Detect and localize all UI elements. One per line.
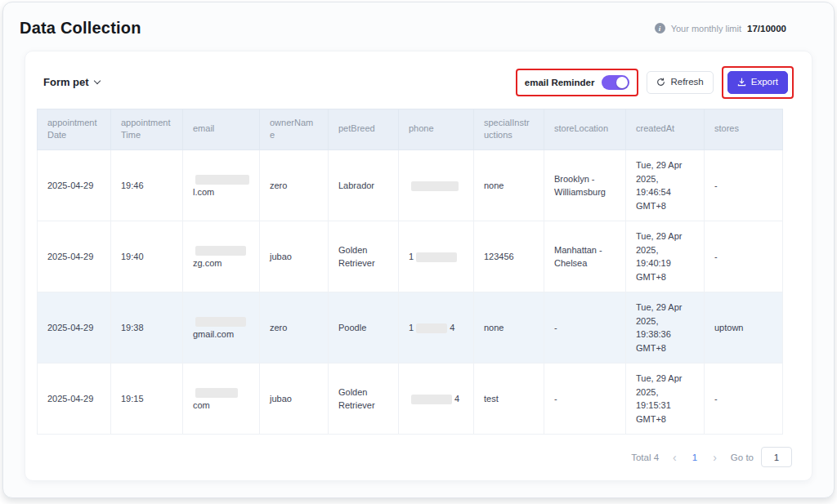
table-cell: - <box>544 364 626 435</box>
table-cell: zero <box>260 292 329 364</box>
redacted-text <box>195 388 238 398</box>
table-cell: 4 <box>399 364 474 435</box>
cell-text: 4 <box>450 323 454 332</box>
email-reminder-group: email Reminder <box>525 75 630 90</box>
annotation-box-email-reminder: email Reminder <box>516 69 639 96</box>
data-card: Form pet email Reminder <box>25 51 812 481</box>
cell-text: Tue, 29 Apr 2025, 19:38:36 GMT+8 <box>636 302 682 353</box>
cell-text: com <box>193 400 210 410</box>
cell-text: - <box>714 394 718 404</box>
table-cell: uptown <box>705 292 783 364</box>
table-cell: Labrador <box>329 150 399 221</box>
table-cell: jubao <box>260 221 329 292</box>
table-cell: l.com <box>183 150 260 221</box>
table-cell: none <box>474 150 544 221</box>
cell-text: 19:40 <box>121 252 144 261</box>
pagination-goto: Go to <box>731 447 792 467</box>
table-row: 2025-04-2919:46l.comzeroLabradornoneBroo… <box>38 150 783 221</box>
cell-text: 4 <box>454 394 459 404</box>
cell-text: Tue, 29 Apr 2025, 19:46:54 GMT+8 <box>636 160 682 211</box>
cell-text: Brooklyn - Williamsburg <box>554 174 606 198</box>
chevron-down-icon <box>94 78 101 85</box>
table-cell: 2025-04-29 <box>38 292 111 364</box>
column-header: storeLocation <box>544 109 626 150</box>
table-cell: gmail.com <box>183 292 260 364</box>
goto-page-input[interactable] <box>761 447 792 467</box>
goto-label: Go to <box>731 453 754 462</box>
table-cell: 123456 <box>474 221 544 292</box>
column-header: appointment Date <box>38 109 111 150</box>
cell-text: 1 <box>409 323 414 332</box>
cell-text: 123456 <box>484 252 514 261</box>
redacted-text <box>195 246 246 256</box>
info-icon[interactable]: i <box>655 23 665 33</box>
table-cell: Tue, 29 Apr 2025, 19:38:36 GMT+8 <box>626 292 705 364</box>
cell-text: Poodle <box>338 323 366 332</box>
cell-text: - <box>554 323 557 332</box>
pagination-prev-icon[interactable]: ‹ <box>671 452 678 463</box>
table-cell: Tue, 29 Apr 2025, 19:40:19 GMT+8 <box>626 221 705 292</box>
table-cell: 19:40 <box>111 221 183 292</box>
cell-text: Golden Retriever <box>338 245 375 269</box>
cell-text: test <box>484 394 499 404</box>
cell-text: 19:15 <box>121 394 144 404</box>
pagination-next-icon[interactable]: › <box>711 452 718 463</box>
column-header: stores <box>705 109 783 150</box>
annotation-box-export: Export <box>722 66 794 99</box>
table-cell: Golden Retriever <box>329 364 399 435</box>
data-table: appointment Dateappointment Timeemailown… <box>37 109 783 435</box>
table-cell: 1 <box>399 221 474 292</box>
table-row: 2025-04-2919:15comjubaoGolden Retriever4… <box>38 364 783 435</box>
table-cell: 2025-04-29 <box>38 221 111 292</box>
table-cell: Tue, 29 Apr 2025, 19:46:54 GMT+8 <box>626 150 705 221</box>
table-cell: 19:46 <box>111 150 183 221</box>
table-cell: test <box>474 364 544 435</box>
table-cell <box>399 150 474 221</box>
redacted-text <box>411 395 452 404</box>
download-icon <box>737 78 746 87</box>
cell-text: Manhattan - Chelsea <box>554 245 602 269</box>
table-cell: - <box>705 364 783 435</box>
table-head-row: appointment Dateappointment Timeemailown… <box>38 109 783 150</box>
cell-text: - <box>714 252 718 261</box>
cell-text: zero <box>270 181 287 190</box>
column-header: email <box>183 109 260 150</box>
email-reminder-label: email Reminder <box>525 78 595 87</box>
data-table-wrap: appointment Dateappointment Timeemailown… <box>37 109 800 435</box>
cell-text: 19:38 <box>121 323 144 332</box>
table-cell: - <box>705 221 783 292</box>
table-cell: 19:38 <box>111 292 183 364</box>
page-title: Data Collection <box>20 19 141 38</box>
column-header: createdAt <box>626 109 705 150</box>
table-cell: Poodle <box>329 292 399 364</box>
cell-text: none <box>484 323 504 332</box>
cell-text: zero <box>270 323 287 332</box>
table-cell: Golden Retriever <box>329 221 399 292</box>
cell-text: uptown <box>714 323 743 332</box>
cell-text: gmail.com <box>193 329 234 339</box>
redacted-text <box>416 323 447 333</box>
pagination: Total 4 ‹ 1 › Go to <box>25 435 812 471</box>
table-cell: Tue, 29 Apr 2025, 19:15:31 GMT+8 <box>626 364 705 435</box>
column-header: appointment Time <box>111 109 183 150</box>
table-cell: zero <box>260 150 329 221</box>
email-reminder-toggle[interactable] <box>602 75 629 90</box>
cell-text: 2025-04-29 <box>47 252 93 261</box>
pagination-page-1[interactable]: 1 <box>691 453 699 462</box>
monthly-limit: i Your monthly limit 17/10000 <box>655 23 786 33</box>
table-cell: zg.com <box>183 221 260 292</box>
pagination-total: Total 4 <box>631 453 659 462</box>
table-cell: - <box>544 292 626 364</box>
toolbar-right: email Reminder Refresh <box>516 66 794 99</box>
cell-text: - <box>554 394 557 404</box>
app-window: Data Collection i Your monthly limit 17/… <box>2 2 835 498</box>
table-cell: com <box>183 364 260 435</box>
export-button[interactable]: Export <box>727 71 788 94</box>
refresh-button[interactable]: Refresh <box>647 71 713 94</box>
cell-text: - <box>714 181 718 190</box>
cell-text: Labrador <box>338 181 374 190</box>
cell-text: l.com <box>193 187 214 197</box>
column-header: petBreed <box>329 109 399 150</box>
form-select[interactable]: Form pet <box>43 76 101 88</box>
cell-text: jubao <box>270 252 292 261</box>
